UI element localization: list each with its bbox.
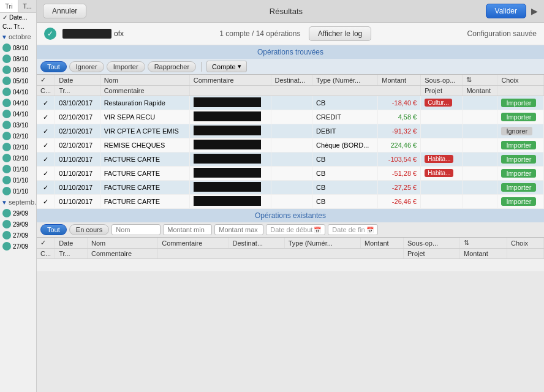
sidebar-date-0410c: 04/10 [0,108,36,119]
row-type: Chèque (BORD... [312,138,378,153]
date-debut-input[interactable]: Date de début 📅 [266,224,325,235]
status-icon [2,99,11,107]
th-montant2: Montant [463,86,497,96]
cancel-button[interactable]: Annuler [43,4,86,18]
found-section-header: Opérations trouvées [37,45,544,59]
existing-filter-bar: Tout En cours Date de début 📅 Date de fi… [37,222,544,238]
sidebar-month-september[interactable]: ▼ septemb... [0,197,36,208]
found-table-header-row1: ✓ Date Nom Commentaire Destinat... Type … [37,75,544,86]
montant-min-input[interactable] [163,224,212,235]
success-icon: ✓ [44,28,56,40]
th-choix: Choix [507,238,543,249]
sidebar-tab-tri[interactable]: Tri [0,0,18,12]
calendar-icon: 📅 [366,227,374,233]
row-comment [189,110,271,124]
month-label-september: septemb... [9,198,36,206]
sidebar-filter-row2: C... Tr... [0,22,36,31]
file-name: ofx [114,29,124,38]
found-table: ✓ Date Nom Commentaire Destinat... Type … [37,75,544,209]
tab-rapprocher[interactable]: Rapprocher [148,61,196,72]
compte-dropdown[interactable]: Compte ▾ [206,61,247,72]
row-choix[interactable]: Importer [497,153,544,167]
status-icon [2,110,11,118]
date-text: 08/10 [13,45,28,51]
row-type: CB [312,167,378,181]
sidebar-date-2909b: 29/09 [0,219,36,230]
row-choix[interactable]: Importer [497,167,544,181]
sidebar-month-october[interactable]: ▼ octobre [0,31,36,42]
found-tab-bar: Tout Ignorer Importer Rapprocher Compte … [37,59,544,75]
row-choix[interactable]: Importer [497,195,544,209]
sidebar-tab-t[interactable]: T... [18,0,36,12]
expand-icon[interactable]: ▶ [531,6,538,16]
toolbar-right: Valider ▶ [486,4,538,18]
toolbar-left: Annuler [43,4,86,18]
date-text: 04/10 [13,100,28,107]
row-nom: FACTURE CARTE [100,167,189,181]
row-comment [189,96,271,110]
row-amount: -51,28 € [378,167,421,181]
row-sous-op [421,138,463,153]
row-comment [189,124,271,138]
config-status: Configuration sauvée [467,29,537,38]
row-check[interactable]: ✓ [37,167,55,181]
th-sous-op: Sous-op... [403,238,459,249]
row-dest [271,195,312,209]
row-nom: Restauration Rapide [100,96,189,110]
found-row-4: ✓ 02/10/2017 REMISE CHEQUES Chèque (BORD… [37,138,544,153]
row-choix[interactable]: Importer [497,110,544,124]
row-comment [189,167,271,181]
row-nom: REMISE CHEQUES [100,138,189,153]
th-commentaire: Commentaire [189,75,271,86]
row-choix[interactable]: Importer [497,138,544,153]
existing-table-header-row1: ✓ Date Nom Commentaire Destinat... Type … [37,238,544,249]
date-text: 27/09 [13,243,28,250]
th-type: Type (Numér... [312,75,378,86]
sidebar-filter-tr: Tr... [14,23,25,30]
row-choix[interactable]: Ignorer [497,124,544,138]
th-destination: Destinat... [229,238,284,249]
tab-en-cours[interactable]: En cours [69,224,109,235]
row-check[interactable]: ✓ [37,153,55,167]
row-choix[interactable]: Importer [497,181,544,195]
sidebar-date-0110a: 01/10 [0,164,36,175]
row-type: CB [312,195,378,209]
row-amount: -18,40 € [378,96,421,110]
sidebar-date-0210b: 02/10 [0,141,36,153]
montant-max-input[interactable] [214,224,263,235]
row-check[interactable]: ✓ [37,181,55,195]
validate-button[interactable]: Valider [486,4,526,18]
row-check[interactable]: ✓ [37,138,55,153]
row-sous-op: Habita... [421,167,463,181]
nom-filter-input[interactable] [111,224,161,235]
sidebar-filter-date: Date... [9,14,27,21]
existing-empty-row [37,259,544,271]
status-icon [2,132,11,140]
row-arrows [463,195,497,209]
status-icon [2,176,11,184]
tab-ignorer[interactable]: Ignorer [69,61,104,72]
date-text: 29/09 [13,221,28,228]
existing-table: ✓ Date Nom Commentaire Destinat... Type … [37,238,544,271]
found-row-7: ✓ 01/10/2017 FACTURE CARTE CB -27,25 € I… [37,181,544,195]
tab-tout[interactable]: Tout [40,61,67,72]
date-fin-input[interactable]: Date de fin 📅 [328,224,377,235]
tab-importer[interactable]: Importer [107,61,145,72]
status-icon [2,43,11,52]
row-date: 02/10/2017 [55,110,100,124]
row-choix[interactable]: Importer [497,96,544,110]
th-c: C... [37,249,55,259]
row-comment [189,181,271,195]
row-check[interactable]: ✓ [37,96,55,110]
row-check[interactable]: ✓ [37,195,55,209]
file-prefix-box [62,29,111,39]
log-button[interactable]: Afficher le log [309,26,372,41]
existing-section: Opérations existantes Tout En cours Date… [37,209,544,271]
month-label-october: octobre [9,33,31,40]
tab-tout-existing[interactable]: Tout [40,224,67,235]
date-text: 02/10 [13,155,28,162]
row-check[interactable]: ✓ [37,124,55,138]
status-icon [2,220,11,228]
row-check[interactable]: ✓ [37,110,55,124]
th-destination: Destinat... [271,75,312,86]
